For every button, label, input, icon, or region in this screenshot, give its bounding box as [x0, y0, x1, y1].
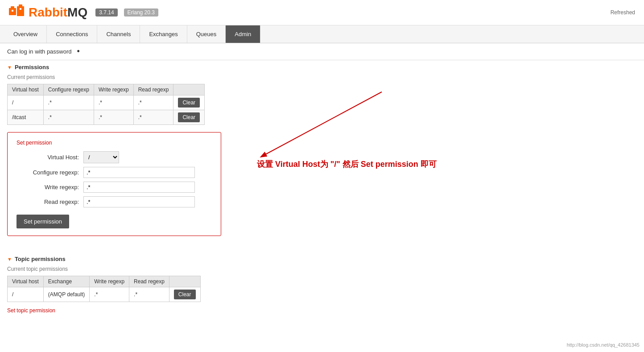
topic-permissions-section: ▼ Topic permissions Current topic permis…	[7, 252, 637, 314]
write-regexp-label: Write regexp:	[17, 184, 79, 190]
configure-regexp-label: Configure regexp:	[17, 169, 79, 176]
header: RabbitMQ 3.7.14 Erlang 20.3 Refreshed	[0, 0, 644, 25]
set-permission-box: Set permission Virtual Host: / /itcast C…	[7, 132, 221, 236]
read-regexp-input[interactable]	[83, 196, 195, 207]
logo: RabbitMQ 3.7.14 Erlang 20.3	[9, 4, 158, 21]
perm-write-cell: .*	[94, 95, 133, 110]
erlang-badge: Erlang 20.3	[124, 8, 158, 17]
current-topic-permissions-label: Current topic permissions	[7, 266, 637, 272]
logo-text: RabbitMQ	[29, 5, 87, 20]
permissions-section-header[interactable]: ▼ Permissions	[7, 60, 637, 74]
bullet-indicator: •	[77, 47, 80, 56]
main-nav: Overview Connections Channels Exchanges …	[0, 25, 644, 43]
perm-write-cell: .*	[94, 110, 133, 125]
topic-vhost-cell: /	[8, 287, 44, 302]
nav-admin[interactable]: Admin	[226, 25, 260, 43]
clear-topic-button[interactable]: Clear	[174, 290, 196, 299]
read-regexp-row: Read regexp:	[17, 196, 212, 207]
topic-permissions-table: Virtual host Exchange Write regexp Read …	[7, 276, 201, 302]
nav-overview[interactable]: Overview	[4, 25, 47, 43]
set-topic-permission-title: Set topic permission	[7, 307, 637, 314]
perm-vhost-cell: /	[8, 95, 44, 110]
perm-clear-cell: Clear	[173, 95, 205, 110]
permissions-section: ▼ Permissions Current permissions Virtua…	[7, 60, 637, 245]
can-log-in-label: Can log in with password	[7, 48, 72, 55]
svg-rect-3	[19, 4, 22, 7]
write-regexp-row: Write regexp:	[17, 182, 212, 193]
permissions-arrow-icon: ▼	[7, 65, 12, 70]
perm-read-cell: .*	[133, 110, 173, 125]
virtual-host-label: Virtual Host:	[17, 154, 79, 161]
topic-col-write: Write regexp	[90, 276, 129, 287]
permissions-section-title: Permissions	[15, 64, 49, 70]
topic-permissions-table-row: / (AMQP default) .* .* Clear	[8, 287, 201, 302]
col-action	[173, 84, 205, 95]
topic-exchange-cell: (AMQP default)	[43, 287, 89, 302]
rabbitmq-logo-icon	[9, 4, 25, 21]
topic-permissions-arrow-icon: ▼	[7, 257, 12, 262]
topic-col-vhost: Virtual host	[8, 276, 44, 287]
clear-permission-button[interactable]: Clear	[178, 98, 200, 108]
perm-clear-cell: Clear	[173, 110, 205, 125]
perm-configure-cell: .*	[43, 110, 94, 125]
version-badge: 3.7.14	[95, 8, 117, 17]
topic-read-cell: .*	[129, 287, 169, 302]
permissions-table-row: / .* .* .* Clear	[8, 95, 205, 110]
set-permission-title: Set permission	[17, 140, 212, 146]
nav-queues[interactable]: Queues	[187, 25, 226, 43]
annotation-arrow-svg	[203, 87, 426, 177]
svg-line-6	[261, 92, 382, 157]
perm-vhost-cell: /itcast	[8, 110, 44, 125]
topic-col-exchange: Exchange	[43, 276, 89, 287]
current-permissions-label: Current permissions	[7, 74, 637, 80]
col-write: Write regexp	[94, 84, 133, 95]
svg-rect-1	[17, 6, 24, 16]
virtual-host-select[interactable]: / /itcast	[83, 151, 119, 163]
col-read: Read regexp	[133, 84, 173, 95]
configure-regexp-row: Configure regexp:	[17, 167, 212, 178]
topic-permissions-title: Topic permissions	[15, 256, 66, 262]
set-permission-button[interactable]: Set permission	[17, 215, 69, 228]
perm-configure-cell: .*	[43, 95, 94, 110]
topic-write-cell: .*	[90, 287, 129, 302]
col-vhost: Virtual host	[8, 84, 44, 95]
main-content: ▼ Permissions Current permissions Virtua…	[0, 60, 644, 330]
svg-rect-5	[20, 8, 21, 10]
svg-rect-4	[12, 10, 13, 12]
virtual-host-row: Virtual Host: / /itcast	[17, 151, 212, 163]
nav-channels[interactable]: Channels	[97, 25, 140, 43]
topic-col-action	[169, 276, 200, 287]
configure-regexp-input[interactable]	[83, 167, 195, 178]
permissions-table-row: /itcast .* .* .* Clear	[8, 110, 205, 125]
clear-permission-button[interactable]: Clear	[178, 112, 200, 122]
topic-permissions-header[interactable]: ▼ Topic permissions	[7, 252, 637, 266]
topic-clear-cell: Clear	[169, 287, 200, 302]
refreshed-label: Refreshed	[611, 9, 635, 16]
topic-col-read: Read regexp	[129, 276, 169, 287]
permissions-table: Virtual host Configure regexp Write rege…	[7, 84, 205, 125]
col-configure: Configure regexp	[43, 84, 94, 95]
perm-read-cell: .*	[133, 95, 173, 110]
read-regexp-label: Read regexp:	[17, 199, 79, 205]
svg-rect-2	[11, 6, 14, 9]
nav-exchanges[interactable]: Exchanges	[140, 25, 187, 43]
nav-connections[interactable]: Connections	[47, 25, 97, 43]
write-regexp-input[interactable]	[83, 182, 195, 193]
subheader: Can log in with password •	[0, 43, 644, 60]
